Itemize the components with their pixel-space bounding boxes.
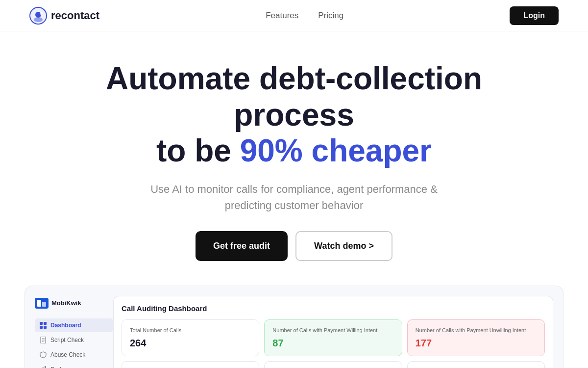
svg-rect-4 (37, 300, 41, 307)
sidebar-label-dashboard: Dashboard (50, 322, 81, 329)
stat-willing-intent: Number of Calls with Payment Willing Int… (264, 319, 402, 356)
sidebar-item-abuse-check[interactable]: Abuse Check (35, 348, 113, 362)
stat-total-calls: Total Number of Calls 264 (122, 319, 259, 356)
get-free-audit-button[interactable]: Get free audit (196, 231, 288, 261)
svg-point-3 (40, 12, 43, 15)
sidebar-label-performance: Performance (50, 366, 84, 368)
logo-text: recontact (51, 9, 99, 22)
nav-pricing[interactable]: Pricing (318, 11, 343, 21)
svg-rect-5 (42, 302, 46, 307)
svg-rect-9 (44, 326, 47, 329)
stats-row-2: Number of Abusive Calls 240 Number of Ca… (122, 361, 545, 368)
nav: Features Pricing (266, 11, 343, 21)
sidebar-item-performance[interactable]: Performance (35, 363, 113, 368)
dashboard-sidebar: MobiKwik Dashboard Script Check Abuse Ch… (35, 296, 113, 368)
login-button[interactable]: Login (510, 6, 559, 25)
sidebar-label-script-check: Script Check (50, 337, 84, 343)
svg-rect-6 (40, 322, 43, 325)
svg-rect-16 (45, 366, 46, 368)
grid-icon (40, 322, 47, 329)
stat-abusive-calls: Number of Abusive Calls 240 (122, 361, 259, 368)
svg-rect-8 (40, 326, 43, 329)
svg-point-2 (34, 17, 43, 22)
file-icon (40, 337, 47, 343)
shield-icon (40, 351, 47, 358)
stat-label-total-calls: Total Number of Calls (130, 327, 251, 334)
logo: recontact (29, 7, 99, 25)
sidebar-logo: MobiKwik (35, 296, 113, 311)
stat-label-unwilling: Number of Calls with Payment Unwilling I… (416, 327, 537, 334)
stat-script-adherence: Number of Calls with Script Adherence Is… (264, 361, 402, 368)
stat-value-willing: 87 (272, 338, 393, 349)
watch-demo-button[interactable]: Watch demo > (295, 231, 392, 261)
stat-unwilling-intent: Number of Calls with Payment Unwilling I… (407, 319, 545, 356)
sidebar-item-dashboard[interactable]: Dashboard (35, 318, 113, 332)
dashboard-title: Call Auditing Dashboard (122, 304, 545, 313)
svg-rect-7 (44, 322, 47, 325)
hero-subtitle: Use AI to monitor calls for compliance, … (127, 181, 461, 213)
chart-icon (40, 366, 47, 368)
hero-title-part2: to be (156, 133, 240, 168)
sidebar-brand-name: MobiKwik (51, 299, 81, 307)
hero-buttons: Get free audit Watch demo > (196, 231, 392, 261)
logo-icon (29, 7, 47, 25)
stat-avg-call-time: Average Call Time 6m 33s (407, 361, 545, 368)
stats-row-1: Total Number of Calls 264 Number of Call… (122, 319, 545, 356)
sidebar-label-abuse-check: Abuse Check (50, 351, 85, 358)
hero-title-accent: 90% cheaper (240, 133, 432, 168)
dashboard-main: Call Auditing Dashboard Total Number of … (113, 296, 553, 368)
sidebar-item-script-check[interactable]: Script Check (35, 333, 113, 347)
hero-title-part1: Automate debt-collection process (106, 61, 482, 132)
stat-value-total-calls: 264 (130, 338, 251, 349)
stat-value-unwilling: 177 (416, 338, 537, 349)
header: recontact Features Pricing Login (0, 0, 588, 31)
nav-features[interactable]: Features (266, 11, 298, 21)
dashboard-preview: MobiKwik Dashboard Script Check Abuse Ch… (24, 286, 564, 368)
hero-title: Automate debt-collection process to be 9… (61, 61, 527, 169)
hero-section: Automate debt-collection process to be 9… (0, 31, 588, 276)
stat-label-willing: Number of Calls with Payment Willing Int… (272, 327, 393, 334)
sidebar-logo-box (35, 298, 49, 309)
